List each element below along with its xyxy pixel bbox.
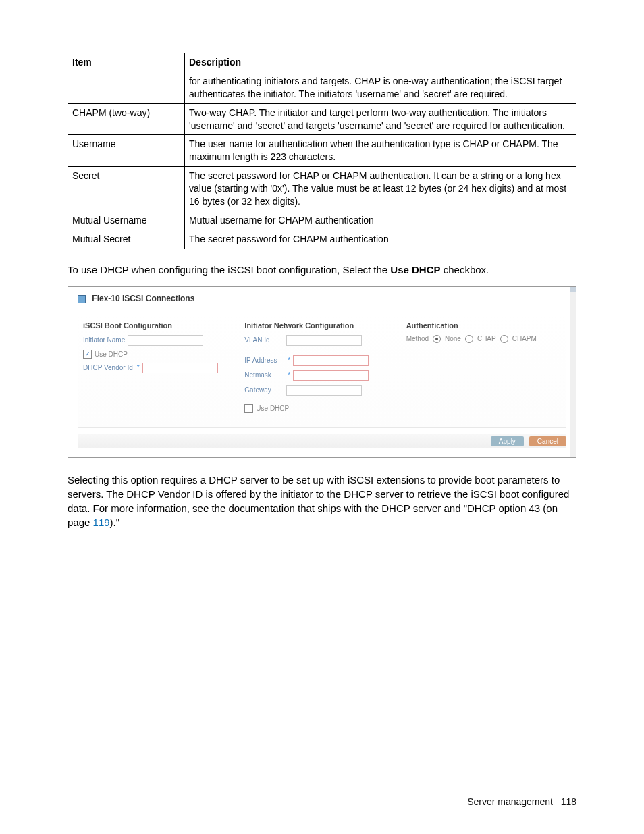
cell-item: Secret — [68, 167, 185, 211]
cell-item: Username — [68, 135, 185, 167]
table-row: for authenticating initiators and target… — [68, 72, 576, 103]
cell-item: Mutual Secret — [68, 230, 185, 249]
col-title: iSCSI Boot Configuration — [83, 321, 238, 330]
label-vlan: VLAN Id — [244, 336, 284, 344]
radio-chap[interactable] — [465, 335, 473, 343]
cell-desc: Mutual username for CHAPM authentication — [185, 211, 576, 230]
use-dhcp-checkbox[interactable]: ✓ — [83, 350, 92, 359]
definitions-table: Item Description for authenticating init… — [68, 53, 576, 249]
table-row: CHAPM (two-way) Two-way CHAP. The initia… — [68, 103, 576, 135]
vlan-input[interactable] — [286, 335, 362, 346]
initiator-name-input[interactable] — [128, 335, 203, 346]
footer-page: 118 — [561, 796, 576, 807]
figure-title: Flex-10 iSCSI Connections — [78, 294, 566, 303]
th-desc: Description — [185, 53, 576, 72]
footer-section: Server management — [467, 796, 553, 807]
col-title: Authentication — [406, 321, 561, 330]
radio-none[interactable] — [433, 335, 441, 343]
cell-item — [68, 72, 185, 103]
page-link[interactable]: 119 — [93, 517, 110, 528]
col-initiator-network: Initiator Network Configuration VLAN Id … — [244, 321, 399, 417]
radio-chapm[interactable] — [500, 335, 508, 343]
label-netmask: Netmask — [244, 371, 284, 379]
th-item: Item — [68, 53, 185, 72]
cancel-button[interactable]: Cancel — [529, 436, 566, 446]
radio-none-label: None — [445, 335, 461, 342]
col-iscsi-boot: iSCSI Boot Configuration Initiator Name … — [83, 321, 238, 417]
figure-title-text: Flex-10 iSCSI Connections — [92, 294, 194, 303]
page-footer: Server management 118 — [467, 796, 576, 807]
text: Selecting this option requires a DHCP se… — [68, 474, 569, 528]
text: To use DHCP when configuring the iSCSI b… — [68, 264, 390, 276]
cell-desc: Two-way CHAP. The initiator and target p… — [185, 103, 576, 135]
paragraph-selecting-option: Selecting this option requires a DHCP se… — [68, 473, 576, 529]
netmask-input[interactable] — [293, 370, 369, 381]
apply-button[interactable]: Apply — [491, 436, 524, 446]
cell-desc: The secret password for CHAP or CHAPM au… — [185, 167, 576, 211]
paragraph-use-dhcp: To use DHCP when configuring the iSCSI b… — [68, 263, 576, 277]
cell-item: Mutual Username — [68, 211, 185, 230]
text: checkbox. — [441, 264, 489, 276]
col-title: Initiator Network Configuration — [244, 321, 399, 330]
use-dhcp-label: Use DHCP — [95, 350, 128, 358]
net-use-dhcp-label: Use DHCP — [256, 405, 289, 412]
col-authentication: Authentication Method None CHAP CHAPM — [406, 321, 561, 417]
window-icon — [78, 295, 86, 303]
required-icon: * — [288, 371, 290, 379]
gateway-input[interactable] — [286, 385, 362, 396]
label-ip: IP Address — [244, 357, 284, 364]
required-icon: * — [137, 364, 140, 371]
label-dhcp-vendor: DHCP Vendor Id — [83, 364, 133, 371]
cell-desc: The secret password for CHAPM authentica… — [185, 230, 576, 249]
cell-item: CHAPM (two-way) — [68, 103, 185, 135]
radio-chap-label: CHAP — [477, 335, 496, 342]
text: )." — [110, 517, 120, 528]
scrollbar-indicator — [570, 287, 576, 457]
table-row: Mutual Secret The secret password for CH… — [68, 230, 576, 249]
label-initiator-name: Initiator Name — [83, 336, 125, 344]
required-icon: * — [288, 357, 290, 364]
table-row: Username The user name for authenticatio… — [68, 135, 576, 167]
table-row: Mutual Username Mutual username for CHAP… — [68, 211, 576, 230]
screenshot-figure: Flex-10 iSCSI Connections iSCSI Boot Con… — [68, 286, 576, 458]
label-gateway: Gateway — [244, 386, 284, 394]
table-row: Secret The secret password for CHAP or C… — [68, 167, 576, 211]
label-method: Method — [406, 335, 429, 342]
cell-desc: The user name for authentication when th… — [185, 135, 576, 167]
ip-input[interactable] — [293, 355, 369, 366]
text-bold: Use DHCP — [390, 264, 440, 276]
radio-chapm-label: CHAPM — [512, 335, 537, 342]
net-use-dhcp-checkbox[interactable] — [244, 404, 253, 413]
dhcp-vendor-input[interactable] — [142, 363, 218, 373]
cell-desc: for authenticating initiators and target… — [185, 72, 576, 103]
